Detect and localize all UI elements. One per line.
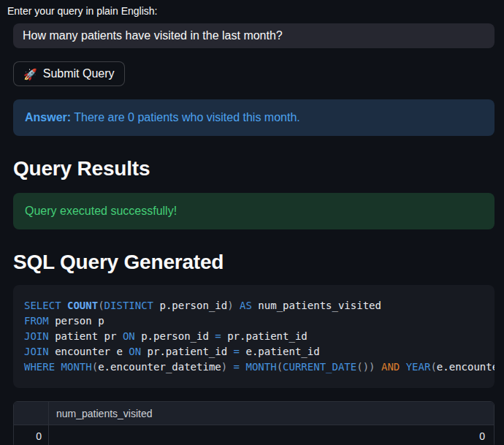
sql-code-block[interactable]: SELECT COUNT(DISTINCT p.person_id) AS nu… [13,285,495,388]
query-input[interactable] [13,23,495,48]
sql-token-kw: WHERE [24,361,61,373]
sql-code-line: JOIN encounter e ON pr.patient_id = e.pa… [24,344,495,360]
table-cell-value[interactable]: 0 [49,425,494,445]
sql-token-and: AND [375,361,406,373]
answer-text: There are 0 patients who visited this mo… [71,111,300,123]
sql-token-kw: SELECT [24,300,67,311]
sql-token-kw: MONTH [245,361,276,373]
table-column-header[interactable]: num_patients_visited [49,402,494,425]
sql-token-id: e.encounter_dat [437,361,495,373]
sql-token-kw: CURRENT_DATE [283,361,356,373]
table-header-row: num_patients_visited [14,402,494,425]
sql-token-pun: ) [227,300,233,311]
sql-token-kw: YEAR [406,361,431,373]
sql-code-line: FROM person p [24,313,495,329]
sql-token-op: = [234,346,240,357]
answer-info-box: Answer: There are 0 patients who visited… [13,99,495,136]
table-index-header [14,402,49,425]
query-results-heading: Query Results [13,156,495,181]
sql-token-id: p.person_id [153,300,227,311]
table-row-index: 0 [14,425,49,445]
sql-code-line: JOIN patient pr ON p.person_id = pr.pati… [24,329,495,344]
sql-code-line: SELECT COUNT(DISTINCT p.person_id) AS nu… [24,298,495,313]
app-main: Enter your query in plain English: 🚀Subm… [0,0,504,445]
sql-token-id: pr.patient_id [221,330,308,342]
sql-token-kw: AS [234,300,259,311]
table-row[interactable]: 0 0 [14,425,494,445]
rocket-icon: 🚀 [23,69,37,80]
sql-token-pun: ) [221,361,227,373]
sql-token-kw: FROM [24,315,49,327]
sql-token-id: e.encounter_datetime [98,361,221,373]
answer-label: Answer: [25,111,71,123]
sql-token-id: num_patients_visited [258,300,381,311]
sql-token-fnb: COUNT [67,300,98,311]
sql-token-op: = [215,330,221,342]
sql-token-pun: ( [98,300,104,311]
sql-token-kw: DISTINCT [104,300,153,311]
success-message-text: Query executed successfully! [25,205,177,217]
sql-token-pun: ( [92,361,98,373]
query-input-label: Enter your query in plain English: [7,4,495,18]
sql-token-pun: ( [277,361,283,373]
results-table[interactable]: num_patients_visited 0 0 [13,401,495,445]
sql-token-pun: ( [430,361,436,373]
sql-token-op: = [227,361,245,373]
sql-token-pun: ()) [356,361,375,373]
success-message-box: Query executed successfully! [13,193,495,229]
sql-token-kw: MONTH [61,361,92,373]
sql-query-heading: SQL Query Generated [13,250,495,275]
submit-query-label: Submit Query [43,67,115,80]
sql-token-id: p.person_id [135,330,215,342]
submit-query-button[interactable]: 🚀Submit Query [13,61,125,86]
sql-token-kw: ON [123,330,135,342]
sql-token-id: pr.patient_id [141,346,233,357]
sql-token-id: e.patient_id [240,346,320,357]
sql-token-id: patient pr [49,330,123,342]
sql-token-kw: ON [129,346,141,357]
sql-token-kw: JOIN [24,330,49,342]
sql-token-id: person p [49,315,104,327]
sql-code-line: WHERE MONTH(e.encounter_datetime) = MONT… [24,360,495,375]
sql-token-id: encounter e [49,346,129,357]
sql-token-kw: JOIN [24,346,49,357]
